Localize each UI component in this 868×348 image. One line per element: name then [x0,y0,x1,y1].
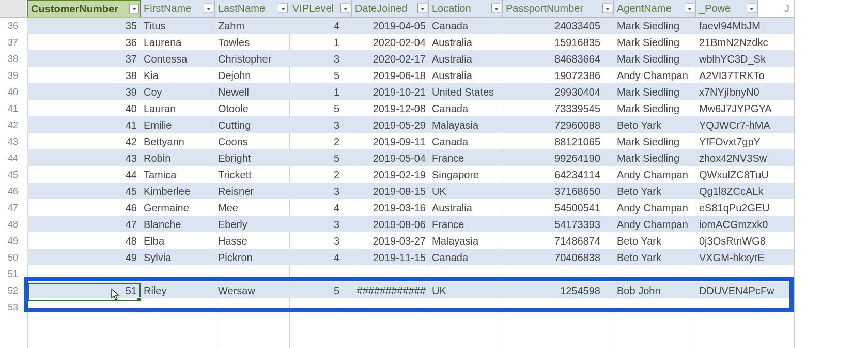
cell-agentname[interactable]: Andy Champan [614,67,696,84]
filter-icon[interactable] [491,4,501,13]
cell-datejoined[interactable]: 2019-10-21 [352,84,429,100]
row-number[interactable]: 43 [0,133,26,150]
cell-agentname[interactable]: Mark Siedling [614,51,696,67]
cell-passportnumber[interactable]: 54500541 [503,200,614,216]
cell-firstname[interactable]: Lauran [141,100,215,117]
cell-datejoined[interactable]: 2019-08-15 [352,183,429,200]
cell-lastname[interactable]: Newell [215,84,289,100]
cell-lastname[interactable]: Christopher [215,51,289,67]
table-row[interactable]: 4342BettyannCoons22019-09-11Canada881210… [0,133,794,150]
table-row[interactable]: 3736LaurenaTowles12020-02-04Australia159… [0,34,794,51]
col-header-viplevel[interactable]: VIPLevel [289,0,352,17]
spreadsheet[interactable]: CustomerNumber FirstName LastName VIPLev… [0,0,794,348]
cell-lastname[interactable]: Dejohn [215,67,289,84]
filter-icon[interactable] [204,4,213,13]
cell-firstname[interactable]: Tamica [141,167,215,183]
cell-firstname[interactable]: Kimberlee [141,183,215,200]
row-number[interactable]: 49 [0,233,26,249]
row-number[interactable]: 41 [0,100,26,117]
cell-passportnumber[interactable]: 1254598 [503,282,614,299]
cell-agentname[interactable]: Mark Siedling [614,84,696,100]
cell-customernumber[interactable]: 42 [27,133,140,150]
cell-location[interactable]: Canada [429,18,503,34]
row-number[interactable]: 42 [0,117,26,133]
filter-icon[interactable] [685,4,694,13]
col-header-datejoined[interactable]: DateJoined [352,0,429,17]
select-all[interactable] [0,0,26,18]
cell-agentname[interactable]: Beto Yark [614,249,696,266]
cell-customernumber[interactable]: 45 [27,183,140,200]
cell-firstname[interactable]: Riley [141,282,215,299]
cell-location[interactable]: Australia [429,51,503,67]
table-row[interactable]: 4746GermaineMee42019-03-16Australia54500… [0,200,794,216]
cell-datejoined[interactable]: 2020-02-17 [352,51,429,67]
cell-customernumber[interactable]: 37 [27,51,140,67]
cell-agentname[interactable]: Bob John [614,282,696,299]
col-header-passportnumber[interactable]: PassportNumber [503,0,614,17]
table-row[interactable]: 4847BlancheEberly32019-08-06France541733… [0,216,794,233]
cell-location[interactable]: Australia [429,200,503,216]
cell-location[interactable]: Malayasia [429,233,503,249]
cell-viplevel[interactable]: 3 [289,216,352,233]
cell-datejoined[interactable]: 2019-06-18 [352,67,429,84]
cell-firstname[interactable]: Contessa [141,51,215,67]
cell-passportnumber[interactable]: 84683664 [503,51,614,67]
cell-lastname[interactable]: Wersaw [215,282,289,299]
cell-customernumber[interactable]: 35 [27,18,140,34]
filter-icon[interactable] [340,4,350,13]
cell-lastname[interactable]: Otoole [215,100,289,117]
cell-firstname[interactable]: Titus [141,18,215,34]
cell-location[interactable]: UK [429,183,503,200]
cell-power[interactable]: YfFOvxt7gpY [696,133,794,150]
table-row[interactable]: 52 51 Riley Wersaw 5 ############ UK 125… [0,282,794,299]
col-header-power[interactable]: _Powe [696,0,758,17]
col-header-firstname[interactable]: FirstName [141,0,215,17]
cell-agentname[interactable]: Mark Siedling [614,100,696,117]
cell-power[interactable]: Mw6J7JYPGYA [696,100,794,117]
filter-icon[interactable] [602,4,612,13]
cell-passportnumber[interactable]: 37168650 [503,183,614,200]
cell-datejoined[interactable]: 2019-05-29 [352,117,429,133]
cell-viplevel[interactable]: 1 [289,84,352,100]
cell-location[interactable]: UK [429,282,503,299]
table-row[interactable]: 5049SylviaPickron42019-11-15Canada704068… [0,249,794,266]
cell-firstname[interactable]: Elba [141,233,215,249]
cell-passportnumber[interactable]: 24033405 [503,18,614,34]
col-header-lastname[interactable]: LastName [215,0,289,17]
cell-firstname[interactable]: Sylvia [141,249,215,266]
cell-datejoined[interactable]: 2019-08-06 [352,216,429,233]
row-number[interactable]: 51 [0,266,26,282]
col-header-location[interactable]: Location [429,0,503,17]
row-number[interactable]: 37 [0,34,26,51]
cell-viplevel[interactable]: 2 [289,133,352,150]
cell-power[interactable]: A2VI37TRKTo [696,67,794,84]
cell-lastname[interactable]: Pickron [215,249,289,266]
cell-lastname[interactable]: Reisner [215,183,289,200]
cell-location[interactable]: United States [429,84,503,100]
cell-customernumber[interactable]: 49 [27,249,140,266]
row-number[interactable]: 44 [0,150,26,167]
cell-passportnumber[interactable]: 19072386 [503,67,614,84]
table-row[interactable]: 4140LauranOtoole52019-12-08Canada7333954… [0,100,794,117]
cell-agentname[interactable]: Mark Siedling [614,18,696,34]
table-header[interactable]: CustomerNumber FirstName LastName VIPLev… [0,0,794,18]
cell-power[interactable]: QWxulZC8TuU [696,167,794,183]
cell-firstname[interactable]: Blanche [141,216,215,233]
row-number[interactable]: 50 [0,249,26,266]
cell-customernumber[interactable]: 47 [27,216,140,233]
cell-datejoined[interactable]: 2019-05-04 [352,150,429,167]
table-row[interactable]: 53 [0,299,794,315]
cell-customernumber[interactable]: 43 [27,150,140,167]
cell-viplevel[interactable]: 5 [289,150,352,167]
cell-firstname[interactable]: Robin [141,150,215,167]
cell-power[interactable]: zhox42NV3Sw [696,150,794,167]
cell-location[interactable]: Singapore [429,167,503,183]
cell-lastname[interactable]: Zahm [215,18,289,34]
cell-location[interactable]: Australia [429,67,503,84]
cell-datejoined[interactable]: 2019-04-05 [352,18,429,34]
cell-power[interactable]: x7NYjIbnyN0 [696,84,794,100]
table-row[interactable]: 3938KiaDejohn52019-06-18Australia1907238… [0,67,794,84]
row-number[interactable]: 36 [0,18,26,34]
cell-passportnumber[interactable]: 64234114 [503,167,614,183]
cell-location[interactable]: France [429,150,503,167]
